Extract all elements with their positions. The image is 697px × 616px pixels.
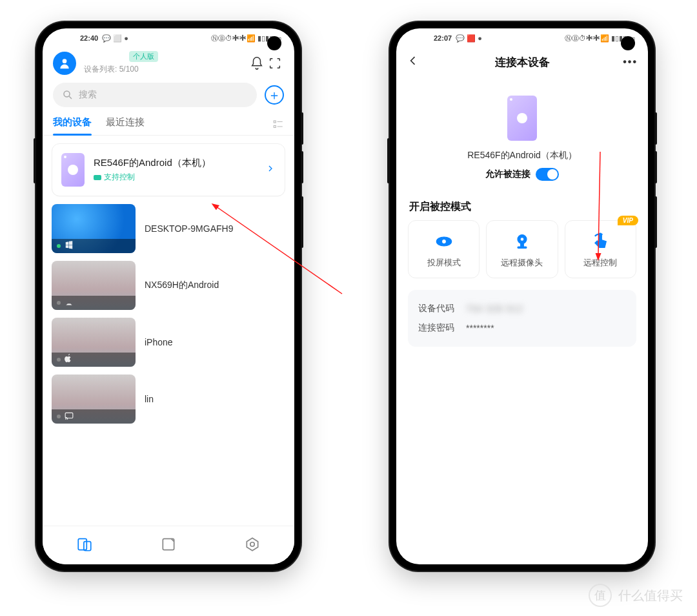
svg-point-13 <box>441 240 446 244</box>
device-name: NX569H的Android <box>145 280 219 291</box>
svg-rect-16 <box>521 244 524 247</box>
mode-label: 投屏模式 <box>427 257 461 269</box>
allow-label: 允许被连接 <box>485 169 530 180</box>
list-item[interactable]: lin <box>52 375 285 424</box>
android-icon <box>65 297 74 309</box>
chevron-right-icon <box>265 163 276 176</box>
device-name: lin <box>145 394 154 404</box>
svg-point-4 <box>68 303 68 304</box>
device-thumbnail <box>52 261 136 310</box>
svg-rect-2 <box>274 121 276 123</box>
watermark-text: 什么值得买 <box>618 587 683 604</box>
device-count: 设备列表: 5/100 <box>84 64 248 75</box>
device-card-main[interactable]: RE546F的Android（本机） 支持控制 <box>52 143 285 196</box>
svg-point-15 <box>520 238 524 241</box>
camera-hole <box>267 36 281 50</box>
section-title: 开启被控模式 <box>396 187 648 220</box>
status-bar: 22:40 💬 ⬜ ● ⓃⒷ⏱✱✱📶 ▮▯▮▯ ▭ <box>43 28 294 48</box>
device-name: iPhone <box>145 337 173 347</box>
device-sub: 支持控制 <box>94 172 265 183</box>
status-time: 22:07 <box>434 34 452 42</box>
device-name: DESKTOP-9MGAFH9 <box>145 223 233 234</box>
scan-icon[interactable] <box>266 56 284 70</box>
camera-icon <box>513 232 531 251</box>
mode-camera[interactable]: 远程摄像头 <box>486 220 558 278</box>
mode-cast[interactable]: 投屏模式 <box>408 220 480 278</box>
bottom-nav <box>43 526 294 564</box>
code-value: 754 328 912 <box>466 303 626 314</box>
phone-icon <box>507 96 537 141</box>
pass-value: ******** <box>466 323 626 333</box>
device-name: RE546F的Android（本机） <box>94 157 265 169</box>
watermark-badge: 值 <box>589 584 612 607</box>
list-item[interactable]: iPhone <box>52 318 285 367</box>
watermark: 值 什么值得买 <box>589 584 683 607</box>
tab-my-devices[interactable]: 我的设备 <box>53 116 92 135</box>
add-button[interactable]: ＋ <box>265 85 284 105</box>
phone-icon <box>61 153 85 187</box>
view-toggle-icon[interactable] <box>272 119 284 133</box>
touch-icon <box>591 232 609 251</box>
device-thumbnail <box>52 204 136 253</box>
phone-frame-left: 22:40 💬 ⬜ ● ⓃⒷ⏱✱✱📶 ▮▯▮▯ ▭ 个人版 设备列表: 5/10… <box>36 22 301 571</box>
code-block: 设备代码 754 328 912 连接密码 ******** <box>408 290 636 347</box>
phone-frame-right: 22:07 💬 🟥 ● ⓃⒷ⏱✱✱📶 ▮▯▮▯ ▭ 连接本设备 ••• RE54… <box>390 22 654 571</box>
allow-toggle[interactable] <box>536 168 559 181</box>
svg-rect-3 <box>274 125 276 127</box>
page-title: 连接本设备 <box>396 55 648 70</box>
list-item[interactable]: NX569H的Android <box>52 261 285 310</box>
mode-label: 远程控制 <box>583 257 617 269</box>
camera-hole <box>621 36 635 50</box>
mode-label: 远程摄像头 <box>501 257 543 269</box>
status-bar: 22:07 💬 🟥 ● ⓃⒷ⏱✱✱📶 ▮▯▮▯ ▭ <box>396 28 648 48</box>
search-input[interactable]: 搜索 <box>53 83 257 107</box>
svg-rect-8 <box>84 541 91 550</box>
vip-badge: VIP <box>618 216 638 225</box>
svg-point-11 <box>250 542 255 546</box>
bell-icon[interactable] <box>248 56 266 70</box>
nav-settings-icon[interactable] <box>244 536 261 555</box>
tab-recent[interactable]: 最近连接 <box>106 116 145 135</box>
device-thumbnail <box>52 375 136 424</box>
cast-icon <box>65 411 74 422</box>
nav-remote-icon[interactable] <box>160 536 177 555</box>
apple-icon <box>65 354 72 365</box>
eye-icon <box>435 232 453 251</box>
svg-point-5 <box>70 303 70 304</box>
status-time: 22:40 <box>80 34 98 42</box>
svg-rect-7 <box>78 539 86 549</box>
svg-point-1 <box>64 91 70 97</box>
avatar[interactable] <box>53 52 76 75</box>
plan-badge: 个人版 <box>129 51 158 62</box>
windows-icon <box>65 240 74 252</box>
mode-control[interactable]: VIP 远程控制 <box>565 220 636 278</box>
device-name: RE546F的Android（本机） <box>467 150 577 161</box>
device-thumbnail <box>52 318 136 367</box>
list-item[interactable]: DESKTOP-9MGAFH9 <box>52 204 285 253</box>
code-label: 设备代码 <box>418 303 466 314</box>
svg-rect-17 <box>518 247 527 248</box>
search-placeholder: 搜索 <box>79 89 97 101</box>
nav-devices-icon[interactable] <box>76 536 93 555</box>
svg-marker-10 <box>247 538 258 551</box>
pass-label: 连接密码 <box>418 322 466 334</box>
svg-point-0 <box>63 59 67 63</box>
